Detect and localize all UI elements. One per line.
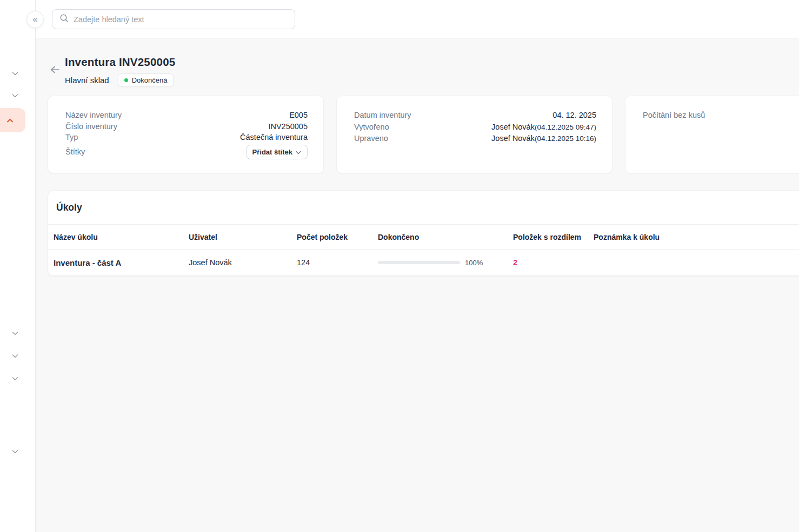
- sidebar-item[interactable]: [10, 373, 21, 384]
- tasks-title: Úkoly: [48, 191, 799, 224]
- field-value: INV250005: [268, 121, 308, 132]
- chevron-down-icon: [12, 447, 18, 456]
- main-content: Inventura INV250005 Hlavní sklad Dokonče…: [36, 38, 799, 532]
- column-header: Položek s rozdílem: [513, 233, 594, 241]
- sidebar-item[interactable]: [10, 446, 21, 457]
- progress-bar: [378, 261, 460, 264]
- sidebar-item[interactable]: [10, 68, 21, 79]
- add-tag-button-label: Přidat štítek: [252, 148, 292, 156]
- task-name-cell: Inventura - část A: [54, 258, 189, 267]
- add-tag-button[interactable]: Přidat štítek: [246, 145, 308, 159]
- chevron-up-icon: [6, 116, 14, 125]
- chevron-down-icon: [12, 374, 18, 383]
- field-label: Název inventury: [65, 110, 122, 121]
- task-item-count-cell: 124: [297, 258, 378, 267]
- chevron-down-icon: [12, 351, 18, 361]
- table-row[interactable]: Inventura - část A Josef Novák 124 100% …: [48, 250, 799, 276]
- sidebar: [0, 0, 36, 532]
- topbar: [36, 0, 799, 38]
- tasks-table-header: Název úkolu Uživatel Počet položek Dokon…: [48, 224, 799, 250]
- tasks-panel: Úkoly Název úkolu Uživatel Počet položek…: [48, 190, 799, 277]
- task-difference-cell: 2: [513, 258, 594, 267]
- chevron-down-icon: [296, 148, 301, 156]
- task-progress-cell: 100%: [378, 259, 513, 267]
- column-header: Počet položek: [297, 233, 378, 241]
- field-label: Upraveno: [354, 133, 388, 144]
- sidebar-item-active[interactable]: [0, 108, 25, 132]
- info-cards-row: Název inventury E005 Číslo inventury INV…: [48, 96, 799, 173]
- sidebar-item[interactable]: [10, 90, 21, 101]
- warehouse-name: Hlavní sklad: [65, 76, 109, 85]
- chevron-down-icon: [12, 69, 18, 78]
- column-header: Dokončeno: [378, 233, 513, 241]
- search-icon: [59, 14, 69, 25]
- arrow-left-icon: [50, 65, 60, 76]
- page-header: Inventura INV250005 Hlavní sklad Dokonče…: [65, 56, 175, 87]
- field-label: Počítání bez kusů: [643, 110, 705, 121]
- chevron-down-icon: [12, 328, 18, 338]
- sidebar-item[interactable]: [10, 328, 21, 339]
- field-label: Štítky: [65, 146, 85, 158]
- search-input[interactable]: [74, 15, 288, 24]
- field-value: 04. 12. 2025: [552, 110, 596, 122]
- column-header: Uživatel: [189, 233, 297, 241]
- back-button[interactable]: [49, 65, 61, 77]
- inventory-details-card: Název inventury E005 Číslo inventury INV…: [48, 96, 324, 173]
- status-dot-icon: [124, 78, 128, 82]
- field-value: Částečná inventura: [240, 132, 308, 143]
- field-value: Josef Novák(04.12.2025 09:47): [491, 122, 596, 133]
- status-badge: Dokončená: [118, 73, 174, 87]
- inventory-dates-card: Datum inventury 04. 12. 2025 Vytvořeno J…: [336, 96, 612, 173]
- column-header: Poznámka k úkolu: [594, 233, 799, 241]
- field-label: Vytvořeno: [354, 122, 389, 133]
- sidebar-item[interactable]: [10, 351, 21, 361]
- double-chevron-left-icon: «: [32, 15, 37, 24]
- sidebar-collapse-button[interactable]: «: [26, 11, 44, 28]
- task-user-cell: Josef Novák: [189, 258, 297, 267]
- page-title: Inventura INV250005: [65, 56, 175, 69]
- field-value: E005: [289, 110, 308, 121]
- field-label: Datum inventury: [354, 110, 411, 121]
- field-label: Číslo inventury: [65, 121, 117, 132]
- column-header: Název úkolu: [54, 233, 189, 241]
- status-badge-label: Dokončená: [132, 76, 168, 84]
- chevron-down-icon: [12, 91, 18, 100]
- field-value: Josef Novák(04.12.2025 10:16): [491, 133, 596, 145]
- progress-label: 100%: [465, 259, 483, 267]
- field-label: Typ: [65, 132, 78, 143]
- search-box[interactable]: [52, 9, 295, 29]
- counting-card: Počítání bez kusů: [625, 96, 799, 173]
